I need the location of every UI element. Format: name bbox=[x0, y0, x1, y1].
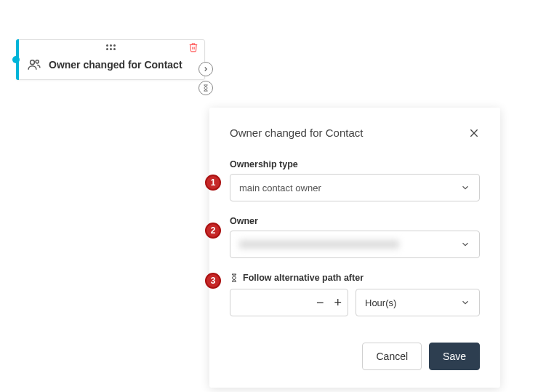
duration-unit-select[interactable]: Hour(s) bbox=[356, 289, 480, 316]
node-input-port[interactable] bbox=[12, 56, 20, 63]
owner-label: Owner bbox=[230, 216, 480, 226]
callout-3: 3 bbox=[205, 273, 221, 289]
svg-point-1 bbox=[36, 60, 39, 63]
hourglass-icon bbox=[230, 273, 238, 282]
duration-stepper[interactable]: − + bbox=[230, 289, 348, 316]
node-drag-header[interactable] bbox=[17, 40, 204, 55]
node-output-port[interactable] bbox=[198, 62, 213, 76]
panel-header: Owner changed for Contact bbox=[230, 127, 480, 139]
duration-row: − + Hour(s) bbox=[230, 289, 480, 316]
trash-icon[interactable] bbox=[188, 42, 198, 52]
panel-title: Owner changed for Contact bbox=[230, 127, 363, 139]
ownership-type-select[interactable]: main contact owner bbox=[230, 174, 480, 201]
node-body: Owner changed for Contact bbox=[17, 55, 204, 79]
callout-2: 2 bbox=[205, 223, 221, 239]
stepper-increment[interactable]: + bbox=[334, 296, 342, 309]
duration-unit-value: Hour(s) bbox=[365, 297, 396, 308]
svg-point-0 bbox=[31, 60, 35, 65]
owner-value-redacted bbox=[239, 240, 399, 249]
node-output-ports bbox=[198, 62, 213, 95]
follow-alt-label: Follow alternative path after bbox=[243, 273, 364, 283]
panel-footer: Cancel Save bbox=[230, 343, 480, 370]
ownership-type-value: main contact owner bbox=[239, 183, 321, 193]
follow-alt-row: Follow alternative path after bbox=[230, 273, 480, 283]
config-panel: Owner changed for Contact Ownership type… bbox=[209, 108, 500, 388]
owner-select[interactable] bbox=[230, 231, 480, 258]
workflow-node[interactable]: Owner changed for Contact bbox=[16, 39, 205, 80]
stepper-decrement[interactable]: − bbox=[316, 296, 324, 309]
people-icon bbox=[27, 57, 41, 72]
save-button[interactable]: Save bbox=[429, 343, 480, 370]
ownership-type-label: Ownership type bbox=[230, 159, 480, 169]
close-icon[interactable] bbox=[468, 127, 480, 139]
drag-handle-icon[interactable] bbox=[106, 44, 116, 50]
node-title: Owner changed for Contact bbox=[49, 59, 182, 71]
callout-1: 1 bbox=[205, 175, 221, 191]
cancel-button[interactable]: Cancel bbox=[362, 343, 422, 370]
node-timer-port[interactable] bbox=[198, 81, 213, 95]
